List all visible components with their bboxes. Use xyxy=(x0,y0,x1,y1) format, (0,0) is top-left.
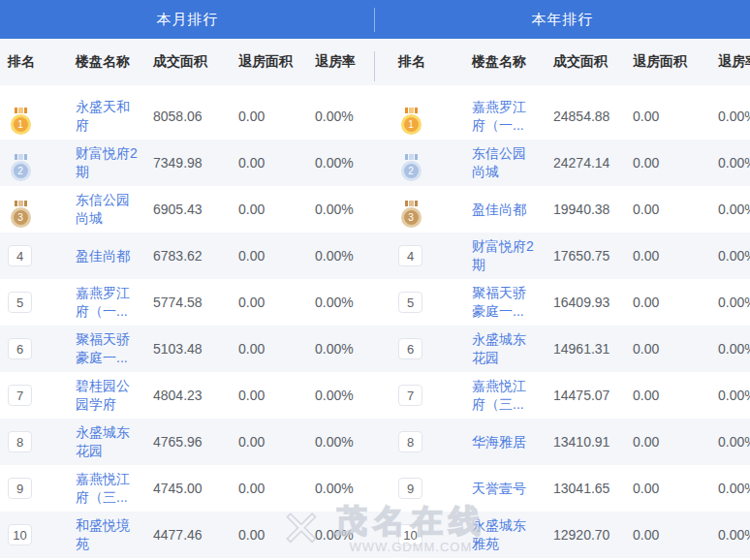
medal-ribbon-icon xyxy=(15,108,27,113)
tab-yearly-ranking[interactable]: 本年排行 xyxy=(375,0,750,39)
column-header-2: 成交面积 xyxy=(145,39,231,85)
property-link[interactable]: 嘉燕罗江府（一... xyxy=(472,98,536,135)
rank-cell: 5 xyxy=(375,279,464,326)
property-link[interactable]: 永盛城东花园 xyxy=(472,330,536,367)
rank-cell: 6 xyxy=(0,326,68,372)
rank-cell: 1 xyxy=(0,93,68,140)
property-name-cell: 永盛城东花园 xyxy=(464,326,546,372)
column-header-4: 退房率 xyxy=(710,39,750,85)
property-name-cell: 东信公园尚城 xyxy=(68,186,145,233)
property-link[interactable]: 华海雅居 xyxy=(472,433,526,451)
refund-rate-cell: 0.00% xyxy=(307,419,375,465)
property-name-cell: 聚福天骄豪庭一... xyxy=(464,279,546,326)
refund-area-cell: 0.00 xyxy=(231,233,307,279)
column-header-1: 楼盘名称 xyxy=(68,39,145,85)
refund-rate-cell: 0.00% xyxy=(710,465,750,512)
property-link[interactable]: 聚福天骄豪庭一... xyxy=(472,284,536,321)
property-name-cell: 和盛悦境苑 xyxy=(68,512,145,558)
monthly-ranking-table: 排名楼盘名称成交面积退房面积退房率 1永盛天和府8058.060.000.00%… xyxy=(0,39,375,558)
deal-area-cell: 4477.46 xyxy=(145,512,231,558)
table-row: 9嘉燕悦江府（三...4745.000.000.00% xyxy=(0,465,375,512)
property-link[interactable]: 财富悦府2期 xyxy=(76,144,140,181)
property-link[interactable]: 嘉燕悦江府（三... xyxy=(472,377,536,414)
refund-area-cell: 0.00 xyxy=(625,372,710,419)
property-name-cell: 盈佳尚都 xyxy=(68,233,145,279)
tab-monthly-ranking[interactable]: 本月排行 xyxy=(0,0,375,39)
rank-cell: 9 xyxy=(0,465,68,512)
property-link[interactable]: 碧桂园公园学府 xyxy=(76,377,140,414)
table-row: 5聚福天骄豪庭一...16409.930.000.00% xyxy=(375,279,750,326)
property-link[interactable]: 东信公园尚城 xyxy=(472,144,536,181)
property-link[interactable]: 永盛城东雅苑 xyxy=(472,516,536,553)
rank-cell: 3 xyxy=(0,186,68,233)
ranking-tables: 排名楼盘名称成交面积退房面积退房率 1永盛天和府8058.060.000.00%… xyxy=(0,39,750,558)
property-link[interactable]: 东信公园尚城 xyxy=(76,191,140,228)
table-row: 1嘉燕罗江府（一...24854.880.000.00% xyxy=(375,93,750,140)
rank-cell: 7 xyxy=(375,372,464,419)
deal-area-cell: 4745.00 xyxy=(145,465,231,512)
column-header-divider xyxy=(374,51,375,81)
rank-cell: 1 xyxy=(375,93,464,140)
property-name-cell: 财富悦府2期 xyxy=(68,140,145,186)
refund-area-cell: 0.00 xyxy=(231,419,307,465)
medal-ribbon-icon xyxy=(15,154,27,160)
medal-ribbon-icon xyxy=(405,108,418,113)
medal-ribbon-icon xyxy=(405,201,418,206)
deal-area-cell: 12920.70 xyxy=(546,512,625,558)
property-link[interactable]: 永盛城东花园 xyxy=(76,423,140,460)
property-name-cell: 华海雅居 xyxy=(464,419,546,465)
rank-cell: 5 xyxy=(0,279,68,326)
property-name-cell: 东信公园尚城 xyxy=(464,140,546,186)
property-link[interactable]: 天誉壹号 xyxy=(472,480,526,498)
property-link[interactable]: 盈佳尚都 xyxy=(472,201,526,219)
deal-area-cell: 13041.65 xyxy=(546,465,625,512)
refund-rate-cell: 0.00% xyxy=(710,326,750,372)
table-row: 4盈佳尚都6783.620.000.00% xyxy=(0,233,375,279)
medal-ribbon-icon xyxy=(405,154,418,160)
refund-rate-cell: 0.00% xyxy=(710,93,750,140)
refund-area-cell: 0.00 xyxy=(231,512,307,558)
property-link[interactable]: 和盛悦境苑 xyxy=(76,516,140,553)
deal-area-cell: 24274.14 xyxy=(546,140,625,186)
rank-cell: 2 xyxy=(0,140,68,186)
deal-area-cell: 19940.38 xyxy=(546,186,625,233)
refund-area-cell: 0.00 xyxy=(625,93,710,140)
deal-area-cell: 14475.07 xyxy=(546,372,625,419)
property-link[interactable]: 聚福天骄豪庭一... xyxy=(76,330,140,367)
property-link[interactable]: 嘉燕罗江府（一... xyxy=(76,284,140,321)
rank-cell: 10 xyxy=(0,512,68,558)
property-link[interactable]: 财富悦府2期 xyxy=(472,237,536,274)
table-row: 7碧桂园公园学府4804.230.000.00% xyxy=(0,372,375,419)
header-divider xyxy=(374,8,375,32)
refund-rate-cell: 0.00% xyxy=(307,465,375,512)
deal-area-cell: 4804.23 xyxy=(145,372,231,419)
table-row: 8永盛城东花园4765.960.000.00% xyxy=(0,419,375,465)
ranking-page: 本月排行 本年排行 排名楼盘名称成交面积退房面积退房率 1永盛天和府8058.0… xyxy=(0,0,750,560)
property-link[interactable]: 盈佳尚都 xyxy=(76,247,130,265)
table-row: 7嘉燕悦江府（三...14475.070.000.00% xyxy=(375,372,750,419)
refund-area-cell: 0.00 xyxy=(625,186,710,233)
property-name-cell: 永盛城东雅苑 xyxy=(464,512,546,558)
property-name-cell: 嘉燕悦江府（三... xyxy=(68,465,145,512)
column-header-4: 退房率 xyxy=(307,39,375,85)
refund-rate-cell: 0.00% xyxy=(307,512,375,558)
refund-rate-cell: 0.00% xyxy=(307,372,375,419)
deal-area-cell: 6905.43 xyxy=(145,186,231,233)
property-link[interactable]: 嘉燕悦江府（三... xyxy=(76,470,140,507)
medal-ribbon-icon xyxy=(15,201,27,206)
header-gap xyxy=(375,85,750,93)
column-header-row: 排名楼盘名称成交面积退房面积退房率 xyxy=(375,39,750,85)
refund-rate-cell: 0.00% xyxy=(710,140,750,186)
rank-cell: 3 xyxy=(375,186,464,233)
property-link[interactable]: 永盛天和府 xyxy=(76,98,140,135)
deal-area-cell: 5103.48 xyxy=(145,326,231,372)
table-row: 2财富悦府2期7349.980.000.00% xyxy=(0,140,375,186)
table-row: 3盈佳尚都19940.380.000.00% xyxy=(375,186,750,233)
rank-cell: 9 xyxy=(375,465,464,512)
table-row: 6聚福天骄豪庭一...5103.480.000.00% xyxy=(0,326,375,372)
deal-area-cell: 16409.93 xyxy=(546,279,625,326)
rank-badge: 6 xyxy=(398,338,422,359)
refund-area-cell: 0.00 xyxy=(625,512,710,558)
refund-rate-cell: 0.00% xyxy=(307,233,375,279)
rank-1-medal-icon: 1 xyxy=(398,108,423,132)
